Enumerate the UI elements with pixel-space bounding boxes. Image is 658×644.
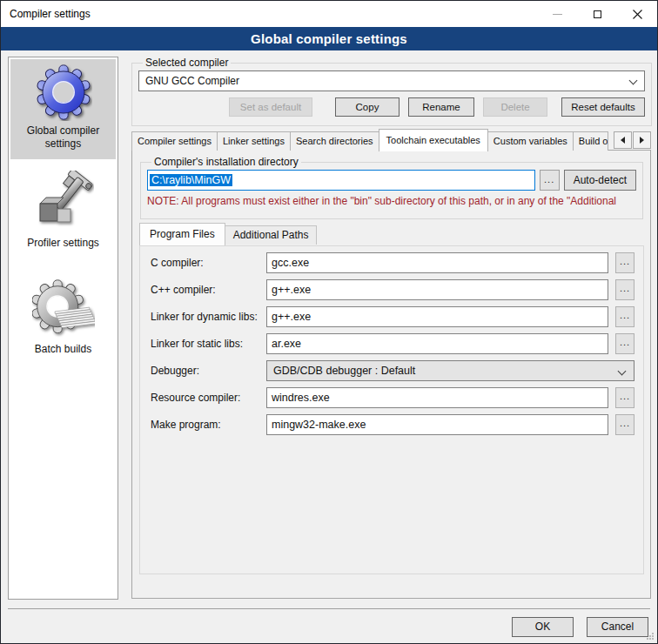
field-label: C compiler: (151, 252, 265, 273)
form-row-debugger: Debugger: GDB/CDB debugger : Default (140, 360, 643, 381)
compiler-select-value: GNU GCC Compiler (145, 75, 239, 87)
main-tab-strip: Compiler settings Linker settings Search… (131, 128, 651, 151)
reset-defaults-button[interactable]: Reset defaults (561, 97, 645, 117)
sidebar-item-label: Profiler settings (15, 237, 112, 250)
batch-builds-icon (32, 278, 95, 339)
program-files-panel: C compiler: gcc.exe ... C++ compiler: g+… (139, 245, 644, 574)
cpp-compiler-browse-button[interactable]: ... (615, 279, 634, 300)
tab-custom-variables[interactable]: Custom variables (487, 131, 574, 151)
dynamic-linker-browse-button[interactable]: ... (615, 306, 634, 327)
installation-directory-value: C:\raylib\MinGW (150, 174, 232, 186)
sidebar-item-label: Batch builds (15, 343, 112, 356)
installation-directory-legend: Compiler's installation directory (151, 156, 301, 168)
static-linker-input[interactable]: ar.exe (266, 333, 608, 354)
sidebar-item-profiler-settings[interactable]: Profiler settings (10, 166, 116, 260)
ok-button[interactable]: OK (512, 617, 574, 637)
sidebar-item-global-compiler-settings[interactable]: Global compiler settings (10, 59, 116, 159)
resize-grip[interactable] (647, 633, 655, 641)
make-program-input[interactable]: mingw32-make.exe (266, 414, 608, 435)
c-compiler-browse-button[interactable]: ... (615, 252, 634, 273)
field-label: C++ compiler: (151, 279, 265, 300)
tab-scroll-buttons (613, 131, 651, 149)
rename-button[interactable]: Rename (408, 97, 474, 117)
scroll-left-icon (621, 137, 625, 144)
form-row-static-linker: Linker for static libs: ar.exe ... (140, 333, 643, 354)
installation-directory-group: Compiler's installation directory C:\ray… (140, 156, 643, 219)
delete-button[interactable]: Delete (483, 97, 547, 117)
toolchain-executables-page: Compiler's installation directory C:\ray… (131, 150, 651, 599)
tab-toolchain-executables[interactable]: Toolchain executables (379, 129, 488, 151)
scroll-right-icon (640, 137, 644, 144)
form-row-c-compiler: C compiler: gcc.exe ... (140, 252, 643, 273)
field-label: Make program: (151, 414, 265, 435)
installation-directory-note: NOTE: All programs must exist either in … (147, 195, 636, 207)
window-title: Compiler settings (10, 8, 91, 20)
minimize-icon (553, 14, 562, 15)
compiler-settings-dialog: Compiler settings Global compiler settin… (0, 0, 658, 644)
subtab-program-files[interactable]: Program Files (139, 223, 225, 245)
window-controls (537, 1, 657, 27)
make-program-browse-button[interactable]: ... (615, 414, 634, 435)
selected-compiler-group: Selected compiler GNU GCC Compiler Set a… (131, 57, 652, 126)
set-as-default-button[interactable]: Set as default (229, 97, 312, 117)
resource-compiler-browse-button[interactable]: ... (615, 387, 634, 408)
program-files-tab-strip: Program Files Additional Paths (139, 223, 317, 245)
selected-compiler-legend: Selected compiler (143, 57, 231, 69)
form-row-cpp-compiler: C++ compiler: g++.exe ... (140, 279, 643, 300)
sidebar-item-label: Global compiler settings (15, 124, 112, 151)
debugger-select[interactable]: GDB/CDB debugger : Default (266, 360, 634, 381)
installation-directory-row: C:\raylib\MinGW ... Auto-detect (147, 170, 636, 191)
chevron-down-icon (629, 77, 638, 85)
copy-button[interactable]: Copy (335, 97, 400, 117)
minimize-button[interactable] (537, 1, 577, 27)
form-row-dynamic-linker: Linker for dynamic libs: g++.exe ... (140, 306, 643, 327)
resource-compiler-input[interactable]: windres.exe (266, 387, 608, 408)
footer-separator (8, 608, 650, 609)
auto-detect-button[interactable]: Auto-detect (564, 170, 636, 191)
field-label: Debugger: (151, 360, 265, 381)
debugger-select-value: GDB/CDB debugger : Default (273, 365, 415, 377)
c-compiler-input[interactable]: gcc.exe (266, 252, 608, 273)
sidebar-item-batch-builds[interactable]: Batch builds (10, 274, 116, 372)
close-icon (633, 10, 642, 19)
tab-linker-settings[interactable]: Linker settings (217, 131, 291, 151)
tab-compiler-settings[interactable]: Compiler settings (131, 131, 218, 151)
chevron-down-icon (618, 367, 627, 376)
maximize-icon (594, 10, 601, 18)
caliper-icon (33, 171, 94, 233)
compiler-buttons-row: Set as default Copy Rename Delete Reset … (138, 97, 645, 117)
maximize-button[interactable] (577, 1, 617, 27)
dialog-header-title: Global compiler settings (251, 31, 407, 46)
form-row-make-program: Make program: mingw32-make.exe ... (140, 414, 643, 435)
field-label: Resource compiler: (151, 387, 265, 408)
static-linker-browse-button[interactable]: ... (615, 333, 634, 354)
compiler-select[interactable]: GNU GCC Compiler (138, 70, 645, 91)
blue-gear-icon (35, 64, 92, 121)
field-label: Linker for dynamic libs: (151, 306, 265, 327)
tab-search-directories[interactable]: Search directories (290, 131, 379, 151)
tab-build-options[interactable]: Build options (573, 131, 608, 151)
settings-category-list: Global compiler settings (8, 57, 118, 600)
close-button[interactable] (617, 1, 657, 27)
form-row-resource-compiler: Resource compiler: windres.exe ... (140, 387, 643, 408)
title-bar[interactable]: Compiler settings (1, 1, 657, 27)
tab-scroll-right-button[interactable] (633, 131, 651, 149)
field-label: Linker for static libs: (151, 333, 265, 354)
tab-scroll-left-button[interactable] (614, 131, 632, 149)
installation-directory-browse-button[interactable]: ... (540, 170, 560, 191)
dialog-header: Global compiler settings (1, 27, 657, 50)
cancel-button[interactable]: Cancel (587, 617, 648, 637)
dynamic-linker-input[interactable]: g++.exe (266, 306, 608, 327)
cpp-compiler-input[interactable]: g++.exe (266, 279, 608, 300)
installation-directory-input[interactable]: C:\raylib\MinGW (147, 170, 535, 191)
subtab-additional-paths[interactable]: Additional Paths (225, 225, 318, 245)
